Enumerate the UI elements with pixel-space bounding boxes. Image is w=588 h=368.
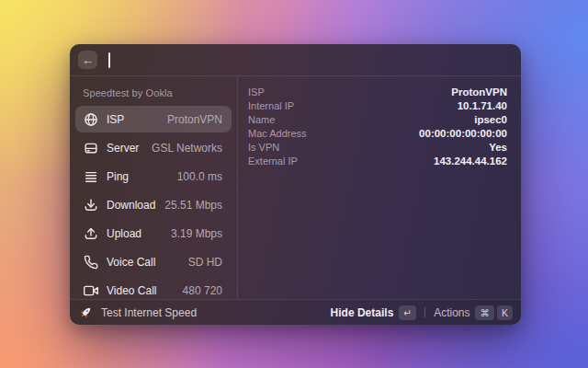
detail-label: ISP [248,86,265,98]
detail-row-is-vpn: Is VPN Yes [248,140,507,154]
action-bar: Test Internet Speed Hide Details ↵ Actio… [70,299,521,325]
download-icon [84,198,98,213]
results-sidebar: Speedtest by Ookla ISP ProtonVPN Server … [70,76,238,299]
detail-label: Name [248,114,275,125]
item-value: SD HD [188,256,222,269]
main-content: Speedtest by Ookla ISP ProtonVPN Server … [70,76,521,299]
detail-row-name: Name ipsec0 [248,112,507,126]
command-key-icon: ⌘ [475,305,494,320]
footer-divider [424,307,425,317]
detail-label: Mac Address [248,128,307,139]
detail-value: 143.244.44.162 [434,155,507,167]
detail-value: ProtonVPN [451,86,507,98]
detail-value: ipsec0 [474,114,507,125]
item-label: Video Call [107,284,183,297]
rocket-icon [79,305,93,319]
search-input[interactable] [97,44,513,75]
item-value: 3.19 Mbps [171,227,222,240]
item-value: ProtonVPN [167,113,222,126]
sidebar-item-voice-call[interactable]: Voice Call SD HD [75,248,232,275]
detail-row-external-ip: External IP 143.244.44.162 [248,154,507,167]
actions-shortcut: ⌘ K [475,305,513,320]
item-label: Upload [107,227,171,240]
item-label: Voice Call [107,256,188,269]
search-bar: ← [70,44,521,76]
actions-button[interactable]: Actions ⌘ K [434,305,513,320]
launcher-window: ← Speedtest by Ookla ISP ProtonVPN Serve… [70,44,521,325]
sidebar-item-server[interactable]: Server GSL Networks [75,134,232,161]
back-button[interactable]: ← [78,51,97,69]
detail-label: External IP [248,155,298,167]
detail-row-isp: ISP ProtonVPN [248,85,507,98]
video-call-icon [84,283,98,298]
return-key-icon: ↵ [399,305,416,320]
detail-label: Internal IP [248,100,294,111]
footer-actions: Hide Details ↵ Actions ⌘ K [331,305,513,320]
ping-icon [84,169,98,184]
section-header: Speedtest by Ookla [83,84,232,102]
command-title: Test Internet Speed [101,306,197,319]
server-icon [84,141,98,155]
detail-panel: ISP ProtonVPN Internal IP 10.1.71.40 Nam… [238,76,521,299]
item-value: GSL Networks [152,142,222,155]
item-label: ISP [107,113,167,126]
hide-details-button[interactable]: Hide Details ↵ [331,305,417,320]
sidebar-item-isp[interactable]: ISP ProtonVPN [75,106,232,132]
k-key: K [497,305,513,320]
sidebar-item-ping[interactable]: Ping 100.0 ms [75,163,232,190]
item-label: Ping [107,170,177,183]
item-label: Server [107,142,152,155]
item-value: 480 720 [183,284,222,297]
item-value: 25.51 Mbps [164,199,222,212]
detail-row-internal-ip: Internal IP 10.1.71.40 [248,98,507,112]
detail-row-mac-address: Mac Address 00:00:00:00:00:00 [248,126,507,140]
detail-value: 10.1.71.40 [458,100,507,111]
upload-icon [84,226,98,241]
sidebar-item-upload[interactable]: Upload 3.19 Mbps [75,220,232,247]
item-label: Download [107,199,164,212]
back-arrow-icon: ← [82,54,94,66]
item-value: 100.0 ms [177,170,222,183]
sidebar-item-download[interactable]: Download 25.51 Mbps [75,191,232,218]
detail-value: 00:00:00:00:00:00 [419,128,507,139]
detail-label: Is VPN [248,142,279,153]
globe-icon [84,112,98,127]
detail-value: Yes [489,142,507,153]
voice-call-icon [84,255,98,270]
command-info: Test Internet Speed [79,305,197,319]
text-caret [108,52,110,68]
